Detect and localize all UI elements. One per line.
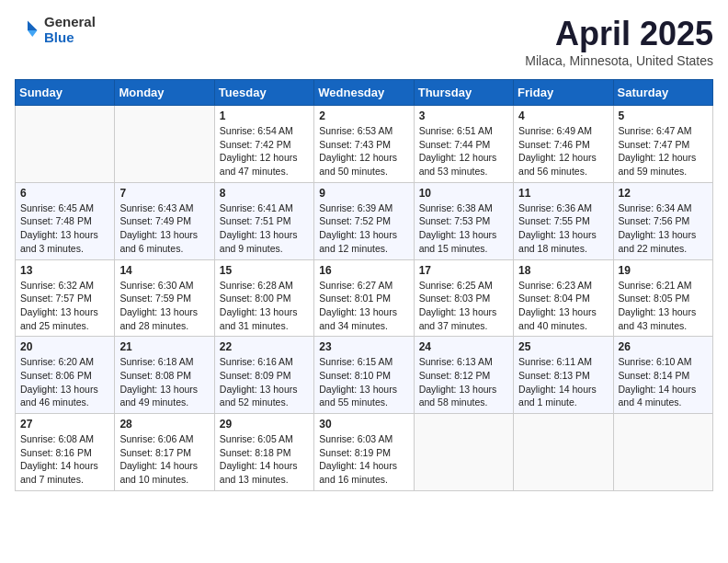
calendar-cell [414, 414, 513, 491]
weekday-header: Thursday [414, 80, 513, 106]
day-number: 20 [20, 340, 109, 353]
day-number: 12 [619, 187, 708, 200]
day-info: Sunrise: 6:20 AMSunset: 8:06 PMDaylight:… [20, 355, 109, 409]
weekday-header-row: SundayMondayTuesdayWednesdayThursdayFrid… [16, 80, 713, 106]
calendar-cell: 20Sunrise: 6:20 AMSunset: 8:06 PMDayligh… [16, 337, 115, 414]
location-text: Milaca, Minnesota, United States [525, 53, 713, 68]
calendar-cell: 25Sunrise: 6:11 AMSunset: 8:13 PMDayligh… [514, 337, 613, 414]
day-info: Sunrise: 6:18 AMSunset: 8:08 PMDaylight:… [119, 355, 209, 409]
logo: General Blue [15, 15, 96, 45]
day-number: 23 [319, 340, 408, 353]
day-number: 25 [518, 340, 608, 353]
calendar-cell: 13Sunrise: 6:32 AMSunset: 7:57 PMDayligh… [16, 259, 115, 337]
day-info: Sunrise: 6:08 AMSunset: 8:16 PMDaylight:… [20, 432, 109, 487]
calendar-cell: 11Sunrise: 6:36 AMSunset: 7:55 PMDayligh… [514, 182, 613, 259]
calendar-cell: 12Sunrise: 6:34 AMSunset: 7:56 PMDayligh… [613, 182, 712, 259]
calendar-cell: 8Sunrise: 6:41 AMSunset: 7:51 PMDaylight… [214, 182, 313, 259]
calendar-cell: 16Sunrise: 6:27 AMSunset: 8:01 PMDayligh… [314, 259, 414, 337]
calendar-cell: 2Sunrise: 6:53 AMSunset: 7:43 PMDaylight… [314, 106, 414, 183]
day-info: Sunrise: 6:25 AMSunset: 8:03 PMDaylight:… [419, 279, 508, 333]
logo-icon [15, 17, 40, 43]
calendar-table: SundayMondayTuesdayWednesdayThursdayFrid… [15, 79, 713, 491]
day-info: Sunrise: 6:47 AMSunset: 7:47 PMDaylight:… [619, 124, 708, 178]
day-info: Sunrise: 6:16 AMSunset: 8:09 PMDaylight:… [220, 355, 309, 409]
calendar-cell: 28Sunrise: 6:06 AMSunset: 8:17 PMDayligh… [115, 414, 214, 491]
day-number: 24 [419, 340, 508, 353]
day-number: 21 [119, 340, 209, 353]
day-info: Sunrise: 6:39 AMSunset: 7:52 PMDaylight:… [319, 201, 408, 256]
page-header: General Blue April 2025 Milaca, Minnesot… [15, 15, 713, 68]
day-number: 9 [319, 187, 408, 200]
day-number: 3 [419, 109, 508, 122]
calendar-cell: 24Sunrise: 6:13 AMSunset: 8:12 PMDayligh… [414, 337, 513, 414]
weekday-header: Monday [115, 80, 214, 106]
day-number: 6 [20, 187, 109, 200]
calendar-cell [115, 106, 214, 183]
day-info: Sunrise: 6:54 AMSunset: 7:42 PMDaylight:… [220, 124, 309, 178]
day-info: Sunrise: 6:27 AMSunset: 8:01 PMDaylight:… [319, 279, 408, 333]
calendar-cell: 29Sunrise: 6:05 AMSunset: 8:18 PMDayligh… [214, 414, 313, 491]
day-info: Sunrise: 6:15 AMSunset: 8:10 PMDaylight:… [319, 355, 408, 409]
calendar-cell: 10Sunrise: 6:38 AMSunset: 7:53 PMDayligh… [414, 182, 513, 259]
day-info: Sunrise: 6:05 AMSunset: 8:18 PMDaylight:… [220, 432, 309, 487]
day-number: 30 [319, 418, 408, 431]
day-number: 15 [220, 264, 309, 277]
day-info: Sunrise: 6:45 AMSunset: 7:48 PMDaylight:… [20, 201, 109, 256]
calendar-cell: 30Sunrise: 6:03 AMSunset: 8:19 PMDayligh… [314, 414, 414, 491]
calendar-week-row: 1Sunrise: 6:54 AMSunset: 7:42 PMDaylight… [16, 106, 713, 183]
calendar-cell: 4Sunrise: 6:49 AMSunset: 7:46 PMDaylight… [514, 106, 613, 183]
day-number: 16 [319, 264, 408, 277]
calendar-cell: 7Sunrise: 6:43 AMSunset: 7:49 PMDaylight… [115, 182, 214, 259]
logo-text: General Blue [44, 15, 96, 45]
day-number: 11 [518, 187, 608, 200]
day-number: 17 [419, 264, 508, 277]
day-number: 10 [419, 187, 508, 200]
weekday-header: Sunday [16, 80, 115, 106]
day-info: Sunrise: 6:03 AMSunset: 8:19 PMDaylight:… [319, 432, 408, 487]
title-block: April 2025 Milaca, Minnesota, United Sta… [525, 15, 713, 68]
day-number: 13 [20, 264, 109, 277]
day-number: 22 [220, 340, 309, 353]
month-title: April 2025 [525, 15, 713, 53]
calendar-cell: 23Sunrise: 6:15 AMSunset: 8:10 PMDayligh… [314, 337, 414, 414]
day-number: 1 [220, 109, 309, 122]
day-info: Sunrise: 6:06 AMSunset: 8:17 PMDaylight:… [119, 432, 209, 487]
weekday-header: Wednesday [314, 80, 414, 106]
calendar-cell: 18Sunrise: 6:23 AMSunset: 8:04 PMDayligh… [514, 259, 613, 337]
day-info: Sunrise: 6:28 AMSunset: 8:00 PMDaylight:… [220, 279, 309, 333]
day-number: 14 [119, 264, 209, 277]
day-info: Sunrise: 6:23 AMSunset: 8:04 PMDaylight:… [518, 279, 608, 333]
day-number: 26 [619, 340, 708, 353]
calendar-cell: 9Sunrise: 6:39 AMSunset: 7:52 PMDaylight… [314, 182, 414, 259]
day-info: Sunrise: 6:38 AMSunset: 7:53 PMDaylight:… [419, 201, 508, 256]
day-info: Sunrise: 6:11 AMSunset: 8:13 PMDaylight:… [518, 355, 608, 409]
day-info: Sunrise: 6:34 AMSunset: 7:56 PMDaylight:… [619, 201, 708, 256]
calendar-cell: 17Sunrise: 6:25 AMSunset: 8:03 PMDayligh… [414, 259, 513, 337]
day-info: Sunrise: 6:53 AMSunset: 7:43 PMDaylight:… [319, 124, 408, 178]
calendar-cell [514, 414, 613, 491]
calendar-week-row: 27Sunrise: 6:08 AMSunset: 8:16 PMDayligh… [16, 414, 713, 491]
day-number: 8 [220, 187, 309, 200]
calendar-cell [16, 106, 115, 183]
calendar-cell: 1Sunrise: 6:54 AMSunset: 7:42 PMDaylight… [214, 106, 313, 183]
day-info: Sunrise: 6:30 AMSunset: 7:59 PMDaylight:… [119, 279, 209, 333]
calendar-cell: 14Sunrise: 6:30 AMSunset: 7:59 PMDayligh… [115, 259, 214, 337]
calendar-cell: 21Sunrise: 6:18 AMSunset: 8:08 PMDayligh… [115, 337, 214, 414]
calendar-cell: 6Sunrise: 6:45 AMSunset: 7:48 PMDaylight… [16, 182, 115, 259]
svg-marker-1 [28, 30, 38, 37]
day-info: Sunrise: 6:51 AMSunset: 7:44 PMDaylight:… [419, 124, 508, 178]
calendar-cell: 5Sunrise: 6:47 AMSunset: 7:47 PMDaylight… [613, 106, 712, 183]
day-info: Sunrise: 6:10 AMSunset: 8:14 PMDaylight:… [619, 355, 708, 409]
calendar-cell: 22Sunrise: 6:16 AMSunset: 8:09 PMDayligh… [214, 337, 313, 414]
day-info: Sunrise: 6:36 AMSunset: 7:55 PMDaylight:… [518, 201, 608, 256]
day-info: Sunrise: 6:43 AMSunset: 7:49 PMDaylight:… [119, 201, 209, 256]
calendar-week-row: 20Sunrise: 6:20 AMSunset: 8:06 PMDayligh… [16, 337, 713, 414]
day-number: 4 [518, 109, 608, 122]
calendar-cell [613, 414, 712, 491]
day-info: Sunrise: 6:41 AMSunset: 7:51 PMDaylight:… [220, 201, 309, 256]
calendar-cell: 19Sunrise: 6:21 AMSunset: 8:05 PMDayligh… [613, 259, 712, 337]
day-info: Sunrise: 6:32 AMSunset: 7:57 PMDaylight:… [20, 279, 109, 333]
calendar-week-row: 6Sunrise: 6:45 AMSunset: 7:48 PMDaylight… [16, 182, 713, 259]
calendar-week-row: 13Sunrise: 6:32 AMSunset: 7:57 PMDayligh… [16, 259, 713, 337]
day-info: Sunrise: 6:21 AMSunset: 8:05 PMDaylight:… [619, 279, 708, 333]
